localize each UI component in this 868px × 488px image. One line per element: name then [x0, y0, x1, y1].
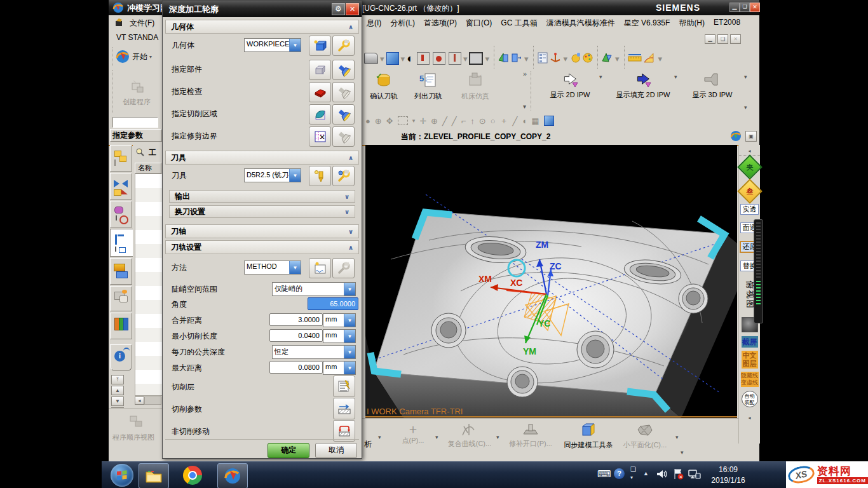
- marquee-select-icon[interactable]: [398, 116, 408, 125]
- more-icon[interactable]: ▾: [378, 434, 381, 440]
- chinese-layer-button[interactable]: 中文图层: [742, 351, 758, 369]
- ruler-icon[interactable]: [627, 52, 642, 65]
- more-icon[interactable]: ▾: [524, 54, 529, 64]
- cube-pin-icon[interactable]: [417, 52, 430, 65]
- collapse-icon[interactable]: ∧: [348, 24, 353, 30]
- green-diamond-button[interactable]: 夹: [737, 154, 763, 180]
- tab-library[interactable]: [110, 313, 132, 339]
- create-program-button[interactable]: 创建程序: [112, 70, 161, 113]
- edit-method-wrench-button[interactable]: [332, 258, 355, 278]
- min-cut-length-unit-select[interactable]: mm▼: [323, 329, 356, 343]
- hidden-line-button[interactable]: 隐藏线变虚线: [741, 372, 759, 387]
- more-icon[interactable]: ▾: [681, 449, 684, 456]
- palette-icon[interactable]: [582, 51, 595, 66]
- show-hidden-icons[interactable]: ▲: [643, 470, 649, 477]
- protractor-icon[interactable]: [642, 51, 656, 66]
- chevron-down-icon[interactable]: ▼: [344, 346, 355, 358]
- tab-machine-navigator[interactable]: [110, 173, 132, 200]
- arc-snap-icon[interactable]: ◖: [522, 116, 527, 126]
- more-icon[interactable]: ▾: [380, 54, 384, 64]
- tool-select[interactable]: D5R2.5 (铣刀-▼: [244, 168, 301, 182]
- toolbar-overflow-left-icon2[interactable]: ◂: [748, 415, 750, 421]
- help-tray-icon[interactable]: ?: [614, 468, 625, 479]
- clip-plane-icon[interactable]: [510, 51, 522, 66]
- more-icon[interactable]: ▾: [496, 434, 499, 440]
- close-button[interactable]: ✕: [750, 3, 760, 12]
- min-cut-length-input[interactable]: 0.0400: [269, 329, 323, 342]
- drag-icon[interactable]: ✥: [386, 116, 393, 126]
- notebook-icon[interactable]: [364, 53, 378, 64]
- collapse-icon[interactable]: ∧: [348, 154, 353, 161]
- tab-history[interactable]: [110, 286, 132, 311]
- more-icon[interactable]: ▾: [674, 74, 677, 80]
- more-icon[interactable]: ▾: [435, 434, 438, 440]
- specify-check-button[interactable]: [309, 82, 331, 102]
- specify-part-button[interactable]: [309, 60, 331, 80]
- keyboard-tray-icon[interactable]: ⌨: [597, 468, 611, 480]
- specify-trim-flashlight-button[interactable]: [332, 126, 355, 147]
- background-icon[interactable]: [469, 52, 483, 65]
- tool-section-header[interactable]: 刀具∧: [165, 151, 359, 165]
- facet-body-button[interactable]: 小平面化(C)...: [620, 423, 670, 449]
- more-icon[interactable]: ▾: [744, 104, 747, 111]
- path-settings-section-header[interactable]: 刀轨设置∧: [165, 240, 359, 254]
- non-cut-moves-button[interactable]: [333, 420, 355, 442]
- plus-snap-icon[interactable]: ＋: [500, 115, 508, 126]
- operation-list[interactable]: [135, 173, 163, 396]
- expand-icon[interactable]: ∨: [344, 208, 349, 215]
- show-2d-ipw-button[interactable]: 显示 2D IPW: [538, 71, 602, 98]
- edit-tool-wrench-button[interactable]: [332, 166, 355, 186]
- menu-xingkong[interactable]: 星空 V6.935F: [620, 17, 675, 30]
- new-geometry-button[interactable]: [309, 36, 331, 56]
- menu-file[interactable]: 文件(F): [125, 17, 159, 30]
- composite-curve-button[interactable]: 复合曲线(C)...: [444, 423, 495, 447]
- center-snap-icon[interactable]: ⊙: [479, 116, 486, 126]
- solid-cube-icon[interactable]: [544, 116, 554, 126]
- network-tray-icon[interactable]: [688, 468, 702, 482]
- output-subsection-header[interactable]: 输出∨: [169, 190, 355, 203]
- slash-snap-icon[interactable]: ╱: [513, 116, 518, 126]
- circle-snap-icon[interactable]: ○: [491, 116, 496, 126]
- move-icon[interactable]: ✛: [419, 116, 426, 126]
- specify-cut-area-button[interactable]: [309, 104, 331, 125]
- machine-sim-button[interactable]: ✓ 机床仿真: [454, 71, 496, 100]
- action-center-flag-icon[interactable]: ✕: [672, 468, 684, 482]
- chevron-down-icon[interactable]: ▼: [289, 39, 301, 51]
- tool-axis-section-header[interactable]: 刀轴∨: [165, 224, 359, 238]
- list-toolpath-button[interactable]: 5↓ 列出刀轨: [409, 71, 448, 100]
- sync-modeling-button[interactable]: 同步建模工具条: [560, 423, 617, 449]
- show-3d-ipw-button[interactable]: 显示 3D IPW: [682, 71, 743, 98]
- tab-process-navigator[interactable]: [110, 145, 132, 172]
- taskbar-explorer-button[interactable]: [139, 463, 169, 488]
- collapse-icon[interactable]: ∧: [348, 244, 353, 251]
- geometry-section-header[interactable]: 几何体∧: [165, 20, 359, 34]
- merge-distance-input[interactable]: 3.0000: [269, 313, 323, 326]
- menu-preferences[interactable]: 首选项(P): [419, 17, 461, 30]
- tab-operation-navigator-active[interactable]: [110, 229, 133, 257]
- menu-gc-toolbox[interactable]: GC 工具箱: [496, 17, 541, 30]
- specify-part-flashlight-button[interactable]: [332, 60, 355, 80]
- show-2d-fill-ipw-button[interactable]: 显示填充 2D IPW: [609, 71, 677, 98]
- chevron-down-icon[interactable]: ▼: [344, 330, 355, 342]
- taskbar-nx-button[interactable]: [217, 463, 248, 488]
- chevron-tray-icon[interactable]: ▾: [630, 475, 633, 480]
- cut-params-button[interactable]: [333, 398, 355, 419]
- chevron-down-icon[interactable]: ▼: [344, 362, 355, 374]
- more-icon[interactable]: ▾: [675, 434, 679, 440]
- scroll-left-icon[interactable]: ◂: [135, 396, 144, 405]
- csys-icon[interactable]: [549, 51, 562, 66]
- maximize-view-icon[interactable]: ▣: [745, 131, 757, 142]
- hand-tool-icon[interactable]: [569, 51, 582, 66]
- expand-icon[interactable]: ∨: [344, 193, 349, 200]
- tab-internet-explorer[interactable]: i: [110, 344, 132, 371]
- chevron-down-icon[interactable]: ▼: [289, 169, 301, 182]
- mdi-minimize-button[interactable]: ▁: [705, 34, 715, 44]
- more-icon[interactable]: ▾: [485, 54, 489, 64]
- verify-toolpath-button[interactable]: ✓ 确认刀轨: [364, 71, 403, 100]
- chevron-down-icon[interactable]: ▼: [344, 283, 355, 295]
- name-column-header[interactable]: 名称: [135, 163, 161, 173]
- specify-cut-area-flashlight-button[interactable]: [332, 104, 355, 125]
- nx-prompt-icon[interactable]: [730, 130, 742, 142]
- restore-button[interactable]: ❏: [740, 3, 750, 12]
- menu-et2008[interactable]: ET2008: [709, 17, 745, 30]
